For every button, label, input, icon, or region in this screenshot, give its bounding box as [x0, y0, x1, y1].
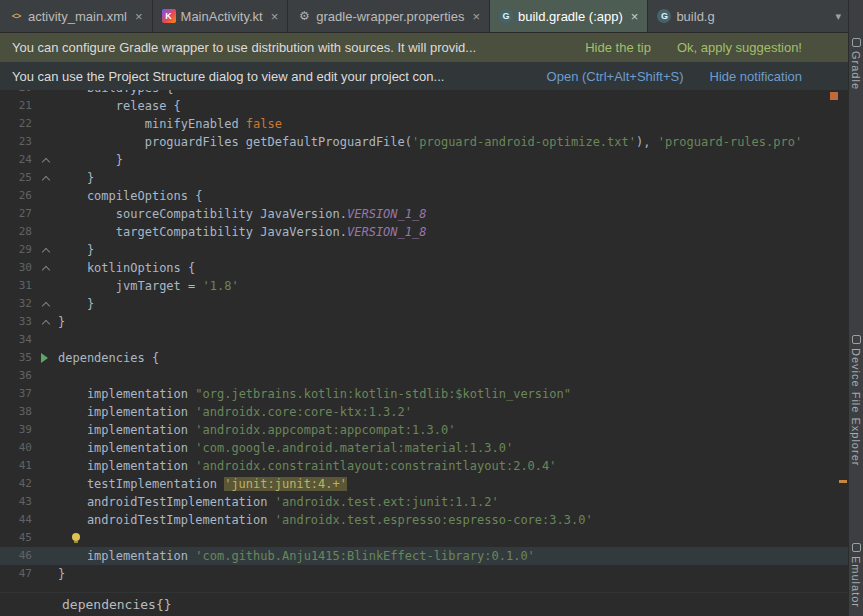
code-line-43[interactable]: 43 androidTestImplementation 'androidx.t…	[0, 493, 848, 511]
code-line-44[interactable]: 44 androidTestImplementation 'androidx.t…	[0, 511, 848, 529]
device-file-explorer-icon	[852, 335, 861, 344]
code-text: }	[58, 565, 848, 583]
error-stripe-mark-icon[interactable]	[830, 92, 838, 100]
line-number: 42	[0, 475, 34, 493]
notification-banner-info: You can use the Project Structure dialog…	[0, 62, 848, 90]
code-text: release {	[58, 97, 848, 115]
banner-action-link[interactable]: Hide the tip	[585, 40, 651, 55]
code-token: 'junit:junit:4.+'	[224, 477, 347, 491]
tab-label: build.g	[676, 9, 714, 24]
code-line-26[interactable]: 26 compileOptions {	[0, 187, 848, 205]
banner-message: You can configure Gradle wrapper to use …	[12, 40, 476, 55]
fold-marker-icon[interactable]	[34, 259, 58, 277]
gutter-slot	[34, 223, 58, 241]
code-editor[interactable]: 20 buildTypes {21 release {22 minifyEnab…	[0, 90, 848, 592]
tab-close-icon[interactable]: ×	[135, 10, 143, 23]
fold-marker-icon[interactable]	[34, 295, 58, 313]
code-text	[58, 529, 848, 547]
editor-column: <>activity_main.xml×KMainActivity.kt×⚙gr…	[0, 0, 848, 616]
line-number: 43	[0, 493, 34, 511]
code-line-33[interactable]: 33}	[0, 313, 848, 331]
banner-action-link[interactable]: Open (Ctrl+Alt+Shift+S)	[547, 69, 684, 84]
code-line-24[interactable]: 24 }	[0, 151, 848, 169]
fold-marker-icon[interactable]	[34, 169, 58, 187]
banner-action-link[interactable]: Hide notification	[710, 69, 803, 84]
code-token: VERSION_1_8	[347, 225, 426, 239]
code-line-45[interactable]: 45	[0, 529, 848, 547]
gutter: 26	[0, 187, 58, 205]
line-number: 32	[0, 295, 34, 313]
code-text: targetCompatibility JavaVersion.VERSION_…	[58, 223, 848, 241]
code-line-39[interactable]: 39 implementation 'androidx.appcompat:ap…	[0, 421, 848, 439]
line-number: 20	[0, 90, 34, 97]
code-text	[58, 367, 848, 385]
code-token: ),	[636, 135, 658, 149]
banner-action-link[interactable]: Ok, apply suggestion!	[677, 40, 802, 55]
code-line-20[interactable]: 20 buildTypes {	[0, 90, 848, 97]
code-line-40[interactable]: 40 implementation 'com.google.android.ma…	[0, 439, 848, 457]
fold-marker-icon[interactable]	[34, 151, 58, 169]
code-line-41[interactable]: 41 implementation 'androidx.constraintla…	[0, 457, 848, 475]
warning-stripe-mark-icon[interactable]	[839, 480, 847, 483]
code-token: implementation	[58, 459, 195, 473]
run-gutter-icon[interactable]	[34, 349, 58, 367]
tool-window-button-gradle[interactable]: Gradle	[850, 38, 862, 90]
code-line-37[interactable]: 37 implementation "org.jetbrains.kotlin:…	[0, 385, 848, 403]
fold-marker-icon[interactable]	[34, 241, 58, 259]
code-line-38[interactable]: 38 implementation 'androidx.core:core-kt…	[0, 403, 848, 421]
code-line-23[interactable]: 23 proguardFiles getDefaultProguardFile(…	[0, 133, 848, 151]
code-token: }	[58, 315, 65, 329]
tool-window-button-device-file-explorer[interactable]: Device File Explorer	[850, 335, 862, 466]
editor-tab-activity-main-xml[interactable]: <>activity_main.xml×	[0, 0, 153, 32]
code-token: implementation	[58, 441, 195, 455]
code-text: dependencies {	[58, 349, 848, 367]
breadcrumb: dependencies{}	[0, 592, 848, 616]
code-line-47[interactable]: 47}	[0, 565, 848, 583]
code-line-42[interactable]: 42 testImplementation 'junit:junit:4.+'	[0, 475, 848, 493]
code-line-29[interactable]: 29 }	[0, 241, 848, 259]
intention-bulb-icon[interactable]	[72, 533, 80, 541]
gutter-slot	[34, 367, 58, 385]
editor-tab-gradle-wrapper-properties[interactable]: ⚙gradle-wrapper.properties×	[288, 0, 490, 32]
tab-close-icon[interactable]: ×	[472, 10, 480, 23]
code-line-22[interactable]: 22 minifyEnabled false	[0, 115, 848, 133]
tool-window-button-emulator[interactable]: Emulator	[850, 543, 862, 608]
code-text: }	[58, 313, 848, 331]
fold-marker-icon[interactable]	[34, 313, 58, 331]
code-line-21[interactable]: 21 release {	[0, 97, 848, 115]
tab-label: MainActivity.kt	[181, 9, 263, 24]
code-token: proguardFiles getDefaultProguardFile(	[58, 135, 412, 149]
tab-close-icon[interactable]: ×	[631, 10, 639, 23]
editor-tab-build-g[interactable]: Gbuild.g	[648, 0, 828, 32]
code-line-31[interactable]: 31 jvmTarget = '1.8'	[0, 277, 848, 295]
kotlin-file-icon: K	[162, 9, 176, 23]
breadcrumb-item[interactable]: dependencies{}	[62, 597, 172, 612]
line-number: 39	[0, 421, 34, 439]
code-token: androidTestImplementation	[58, 513, 275, 527]
tab-close-icon[interactable]: ×	[271, 10, 279, 23]
line-number: 29	[0, 241, 34, 259]
code-line-36[interactable]: 36	[0, 367, 848, 385]
code-line-27[interactable]: 27 sourceCompatibility JavaVersion.VERSI…	[0, 205, 848, 223]
code-text	[58, 331, 848, 349]
code-line-28[interactable]: 28 targetCompatibility JavaVersion.VERSI…	[0, 223, 848, 241]
code-line-35[interactable]: 35dependencies {	[0, 349, 848, 367]
gutter-slot	[34, 547, 58, 565]
code-token: 'proguard-android-optimize.txt'	[412, 135, 636, 149]
editor-tab-build-gradle-app-[interactable]: Gbuild.gradle (:app)×	[490, 0, 648, 32]
code-line-46[interactable]: 46 implementation 'com.github.Anju1415:B…	[0, 547, 848, 565]
editor-tab-bar: <>activity_main.xml×KMainActivity.kt×⚙gr…	[0, 0, 848, 33]
code-line-25[interactable]: 25 }	[0, 169, 848, 187]
code-text: implementation 'com.google.android.mater…	[58, 439, 848, 457]
code-token: "org.jetbrains.kotlin:kotlin-stdlib:$kot…	[195, 387, 571, 401]
code-line-32[interactable]: 32 }	[0, 295, 848, 313]
line-number: 24	[0, 151, 34, 169]
tab-list-chevron-down-icon[interactable]: ▾	[828, 0, 848, 32]
code-line-30[interactable]: 30 kotlinOptions {	[0, 259, 848, 277]
editor-tab-mainactivity-kt[interactable]: KMainActivity.kt×	[153, 0, 289, 32]
gutter: 24	[0, 151, 58, 169]
notification-banner-suggestion: You can configure Gradle wrapper to use …	[0, 33, 848, 62]
line-number: 26	[0, 187, 34, 205]
code-line-34[interactable]: 34	[0, 331, 848, 349]
code-token: implementation	[58, 549, 195, 563]
